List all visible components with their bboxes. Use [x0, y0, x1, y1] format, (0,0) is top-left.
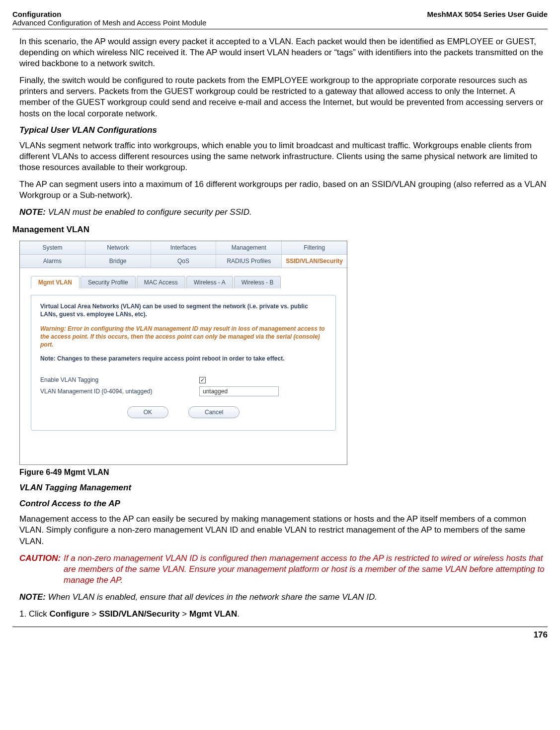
note2-label: NOTE:: [19, 592, 46, 602]
tab-management[interactable]: Management: [216, 241, 282, 254]
footer-rule: [12, 627, 548, 627]
label-enable-vlan-tagging: Enable VLAN Tagging: [40, 376, 199, 383]
input-vlan-management-id[interactable]: untagged: [199, 386, 279, 396]
heading-management-vlan: Management VLAN: [12, 225, 548, 235]
header-left: Configuration Advanced Configuration of …: [12, 10, 206, 27]
tab-system[interactable]: System: [20, 241, 85, 254]
step-1: 1. Click Configure > SSID/VLAN/Security …: [19, 609, 548, 620]
step-1-gt1: >: [89, 609, 99, 619]
tab-content: Mgmt VLAN Security Profile MAC Access Wi…: [20, 268, 347, 464]
note2-text: When VLAN is enabled, ensure that all de…: [48, 592, 377, 602]
heading-vlan-tagging-management: VLAN Tagging Management: [19, 483, 548, 493]
tab-filtering[interactable]: Filtering: [282, 241, 347, 254]
step-1-ssid-vlan-security: SSID/VLAN/Security: [99, 609, 180, 619]
subtab-wireless-b[interactable]: Wireless - B: [234, 276, 281, 288]
header-title: Configuration: [12, 10, 206, 18]
heading-control-access: Control Access to the AP: [19, 499, 548, 509]
caution-block: CAUTION: If a non-zero management VLAN I…: [19, 553, 548, 586]
label-vlan-management-id: VLAN Management ID (0-4094, untagged): [40, 388, 199, 395]
header-subtitle: Advanced Configuration of Mesh and Acces…: [12, 18, 206, 27]
note-vlan-enable: NOTE: VLAN must be enabled to configure …: [19, 207, 548, 218]
heading-typical-vlan: Typical User VLAN Configurations: [19, 125, 548, 135]
header-right: MeshMAX 5054 Series User Guide: [427, 10, 548, 18]
tab-row-1: System Network Interfaces Management Fil…: [20, 241, 347, 255]
subtab-wireless-a[interactable]: Wireless - A: [186, 276, 233, 288]
header-rule: [12, 29, 548, 29]
figure-caption: Figure 6-49 Mgmt VLAN: [19, 468, 548, 477]
tab-network[interactable]: Network: [85, 241, 151, 254]
checkbox-enable-vlan-tagging[interactable]: ✓: [199, 377, 206, 383]
step-1-suffix: .: [237, 609, 240, 619]
step-1-prefix: 1. Click: [19, 609, 49, 619]
step-1-configure: Configure: [49, 609, 89, 619]
page-number: 176: [12, 630, 548, 640]
tab-bridge[interactable]: Bridge: [85, 255, 151, 268]
caution-text: If a non-zero management VLAN ID is conf…: [64, 553, 545, 585]
panel-note: Note: Changes to these parameters requir…: [40, 355, 326, 363]
subtab-mac-access[interactable]: MAC Access: [137, 276, 185, 288]
step-1-mgmt-vlan: Mgmt VLAN: [189, 609, 237, 619]
subtab-mgmt-vlan[interactable]: Mgmt VLAN: [31, 276, 80, 288]
tab-radius-profiles[interactable]: RADIUS Profiles: [216, 255, 282, 268]
note-vlan-id-share: NOTE: When VLAN is enabled, ensure that …: [19, 592, 548, 603]
note-label: NOTE:: [19, 207, 46, 217]
paragraph-switch: Finally, the switch would be configured …: [19, 75, 548, 119]
subtab-security-profile[interactable]: Security Profile: [80, 276, 136, 288]
tab-ssid-vlan-security[interactable]: SSID/VLAN/Security: [282, 255, 347, 268]
ok-button[interactable]: OK: [127, 406, 168, 418]
mgmt-vlan-panel: Virtual Local Area Networks (VLAN) can b…: [31, 295, 336, 431]
cancel-button[interactable]: Cancel: [188, 406, 240, 418]
step-1-gt2: >: [180, 609, 189, 619]
button-row: OK Cancel: [40, 406, 326, 418]
caution-label: CAUTION:: [19, 553, 61, 563]
panel-footer-space: [31, 431, 336, 460]
paragraph-ap-segment: The AP can segment users into a maximum …: [19, 179, 548, 201]
tab-qos[interactable]: QoS: [151, 255, 217, 268]
subtab-row: Mgmt VLAN Security Profile MAC Access Wi…: [31, 276, 336, 288]
row-vlan-management-id: VLAN Management ID (0-4094, untagged) un…: [40, 386, 326, 396]
tab-interfaces[interactable]: Interfaces: [151, 241, 217, 254]
panel-description: Virtual Local Area Networks (VLAN) can b…: [40, 302, 326, 318]
page-header: Configuration Advanced Configuration of …: [12, 10, 548, 29]
paragraph-scenario: In this scenario, the AP would assign ev…: [19, 36, 548, 69]
row-enable-vlan-tagging: Enable VLAN Tagging ✓: [40, 376, 326, 383]
paragraph-vlans-segment: VLANs segment network traffic into workg…: [19, 140, 548, 173]
panel-warning: Warning: Error in configuring the VLAN m…: [40, 325, 326, 349]
tab-alarms[interactable]: Alarms: [20, 255, 85, 268]
paragraph-management-access: Management access to the AP can easily b…: [19, 514, 548, 547]
tab-row-2: Alarms Bridge QoS RADIUS Profiles SSID/V…: [20, 255, 347, 268]
mgmt-vlan-screenshot: System Network Interfaces Management Fil…: [19, 241, 347, 465]
note-text: VLAN must be enabled to configure securi…: [48, 207, 252, 217]
